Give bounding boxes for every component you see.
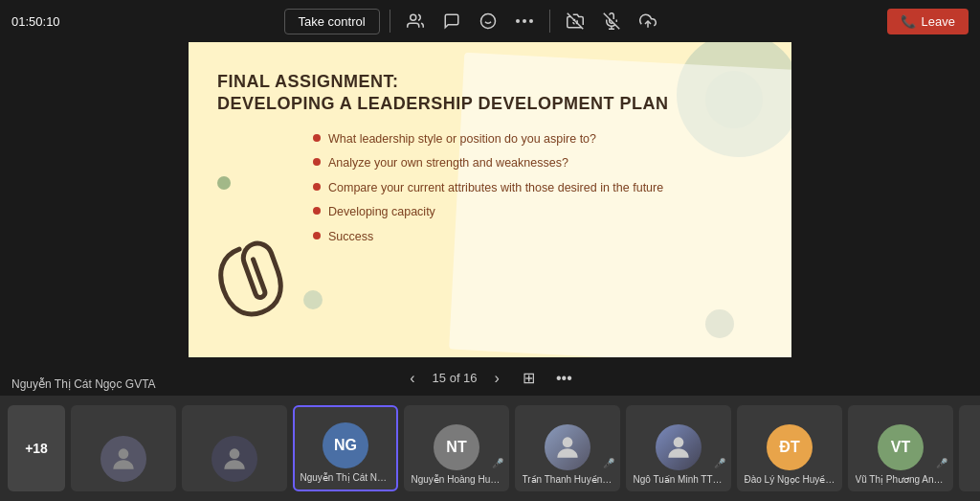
avatar-nt: NT (434, 424, 479, 470)
share-button[interactable] (633, 6, 663, 36)
slide-content: What leadership style or position do you… (313, 131, 763, 254)
bullet-text-4: Developing capacity (328, 204, 435, 221)
more-options-button[interactable] (509, 6, 540, 36)
svg-point-1 (480, 14, 495, 29)
chat-button[interactable] (436, 6, 467, 36)
leave-button[interactable]: 📞 Leave (887, 9, 969, 34)
slide-main-title: FINAL ASSIGNMENT: (217, 71, 763, 93)
slide-subtitle: DEVELOPING A LEADERSHIP DEVELOPMENT PLAN (217, 93, 763, 115)
participant-tile-p6[interactable]: Ngô Tuấn Minh TT45... 🎤 (626, 405, 731, 491)
participant-name-nt: Nguyễn Hoàng Huyền... (412, 474, 502, 486)
avatar (100, 436, 146, 482)
bullet-list: What leadership style or position do you… (313, 131, 763, 246)
fit-to-screen-button[interactable]: ⊞ (517, 365, 541, 391)
bullet-text-5: Success (328, 229, 373, 246)
participant-tile-tt[interactable]: TT (959, 405, 980, 491)
svg-line-7 (567, 13, 583, 30)
avatar-dt: ĐT (767, 424, 813, 470)
reactions-button[interactable] (473, 6, 503, 36)
participant-tile[interactable] (182, 405, 287, 491)
avatar-p5 (545, 424, 590, 470)
more-participants-badge[interactable]: +18 (8, 405, 65, 491)
top-bar: 01:50:10 Take control 📞 Leave (0, 0, 980, 42)
divider (390, 10, 390, 33)
bullet-item-4: Developing capacity (313, 204, 763, 221)
participant-name-vt: Vũ Thị Phương Anh TT... (856, 474, 947, 486)
bullet-text-3: Compare your current attributes with tho… (328, 180, 663, 197)
prev-slide-button[interactable]: ‹ (402, 366, 422, 391)
paperclip-illustration (208, 233, 294, 329)
avatar-p6 (656, 424, 702, 470)
avatar-ng: NG (323, 422, 368, 468)
bullet-item-1: What leadership style or position do you… (313, 131, 763, 148)
next-slide-button[interactable]: › (487, 366, 507, 391)
timer-display: 01:50:10 (11, 14, 60, 29)
svg-point-5 (523, 19, 526, 23)
avatar-vt: VT (878, 424, 924, 470)
slide-count: 15 of 16 (433, 371, 478, 385)
top-bar-right: 📞 Leave (887, 9, 969, 34)
bullet-item-2: Analyze your own strength and weaknesses… (313, 155, 763, 172)
participant-tile-nt[interactable]: NT Nguyễn Hoàng Huyền... 🎤 (404, 405, 509, 491)
participant-name-ng: Nguyễn Thị Cát Ngọc GVTA (301, 472, 391, 484)
svg-point-13 (119, 448, 129, 459)
participant-tile-dt[interactable]: ĐT Đào Lý Ngọc Huyền T... (737, 405, 842, 491)
participant-tile-vt[interactable]: VT Vũ Thị Phương Anh TT... 🎤 (848, 405, 953, 491)
mic-button[interactable] (596, 6, 627, 36)
avatar (212, 436, 257, 482)
take-control-button[interactable]: Take control (284, 9, 380, 34)
phone-icon: 📞 (901, 14, 916, 29)
presentation-slide: FINAL ASSIGNMENT: DEVELOPING A LEADERSHI… (189, 42, 791, 357)
slide-wrapper: FINAL ASSIGNMENT: DEVELOPING A LEADERSHI… (189, 42, 791, 357)
bullet-item-5: Success (313, 229, 763, 246)
mic-icon: 🎤 (603, 458, 614, 468)
active-participant-label: Nguyễn Thị Cát Ngọc GVTA (11, 377, 156, 391)
slide-title: FINAL ASSIGNMENT: DEVELOPING A LEADERSHI… (217, 71, 763, 116)
participant-tile-ng[interactable]: NG Nguyễn Thị Cát Ngọc GVTA (293, 405, 398, 491)
deco-dot-left (217, 176, 231, 190)
mic-icon: 🎤 (714, 458, 725, 468)
bullet-dot (313, 183, 321, 191)
divider2 (549, 10, 550, 33)
mic-icon: 🎤 (936, 458, 947, 468)
participant-name-dt: Đào Lý Ngọc Huyền T... (745, 474, 835, 486)
svg-point-15 (563, 437, 573, 447)
participant-name-p6: Ngô Tuấn Minh TT45... (634, 474, 724, 486)
participants-button[interactable] (400, 6, 431, 36)
deco-dot-bottom (303, 290, 323, 309)
svg-point-4 (516, 19, 520, 23)
bullet-dot (313, 134, 321, 142)
mic-icon: 🎤 (492, 458, 503, 468)
slide-more-button[interactable]: ••• (550, 366, 578, 391)
svg-point-6 (529, 19, 533, 23)
camera-button[interactable] (560, 6, 590, 36)
svg-point-16 (674, 437, 684, 447)
top-bar-center: Take control (284, 6, 663, 36)
participant-tile[interactable] (71, 405, 176, 491)
slide-area: FINAL ASSIGNMENT: DEVELOPING A LEADERSHI… (0, 42, 980, 391)
bullet-dot (313, 207, 321, 215)
bullet-text-2: Analyze your own strength and weaknesses… (328, 155, 568, 172)
bullet-text-1: What leadership style or position do you… (328, 131, 596, 148)
participant-tile-p5[interactable]: Trần Thanh Huyền TT4... 🎤 (515, 405, 620, 491)
more-count: +18 (25, 441, 48, 456)
slide-navigation: ‹ 15 of 16 › ⊞ ••• (402, 365, 577, 391)
participant-name-p5: Trần Thanh Huyền TT4... (523, 474, 613, 486)
bullet-dot (313, 158, 321, 166)
svg-point-0 (410, 14, 415, 20)
svg-point-14 (230, 448, 240, 459)
bullet-item-3: Compare your current attributes with tho… (313, 180, 763, 197)
participants-bar: +18 NG Nguyễn Thị Cát Ngọc GVTA NT Nguyễ… (0, 396, 980, 501)
bullet-dot (313, 232, 321, 239)
